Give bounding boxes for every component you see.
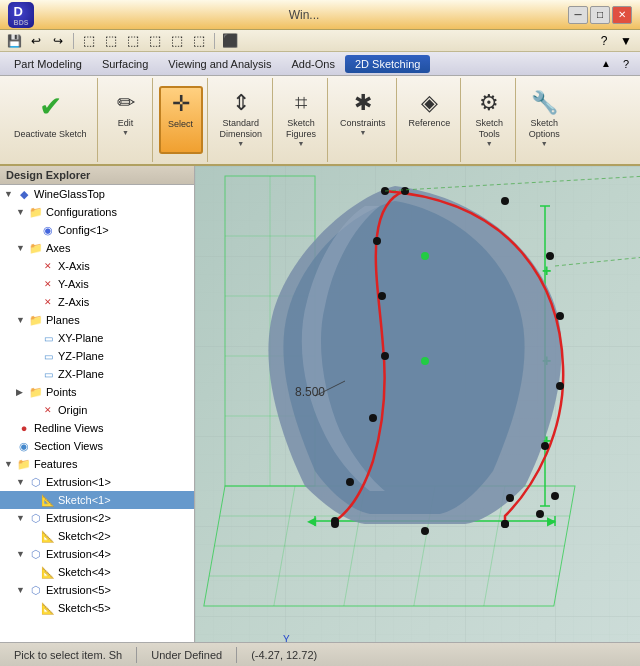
deactivate-sketch-button[interactable]: ✔ Deactivate Sketch: [8, 86, 93, 154]
ribbon-group-std-dimension: ⇕ StandardDimension ▼: [210, 78, 274, 162]
label-sketch4: Sketch<4>: [58, 566, 111, 578]
menu-surfacing[interactable]: Surfacing: [92, 55, 158, 73]
toggle-sketch4: [28, 567, 40, 577]
toggle-extrusion2[interactable]: ▼: [16, 513, 28, 523]
tree-item-sketch1[interactable]: 📐 Sketch<1>: [0, 491, 194, 509]
label-extrusion5: Extrusion<5>: [46, 584, 111, 596]
sketch-options-button[interactable]: 🔧 SketchOptions ▼: [522, 86, 566, 154]
constraints-dropdown-arrow: ▼: [359, 129, 366, 136]
ribbon-buttons-deactivate: ✔ Deactivate Sketch: [8, 80, 93, 160]
y-axis-label: Y: [283, 634, 290, 642]
tree-item-section-views[interactable]: ◉ Section Views: [0, 437, 194, 455]
icon-points: 📁: [28, 385, 44, 399]
select-button[interactable]: ✛ Select: [159, 86, 203, 154]
status-sep1: [136, 647, 137, 663]
tree-item-wineglasStop[interactable]: ▼ ◆ WineGlassTop: [0, 185, 194, 203]
redo-quick-btn[interactable]: ↪: [48, 32, 68, 50]
undo-quick-btn[interactable]: ↩: [26, 32, 46, 50]
help-btn[interactable]: ?: [594, 32, 614, 50]
toggle-sketch2: [28, 531, 40, 541]
icon-sketch4: 📐: [40, 565, 56, 579]
label-y-axis: Y-Axis: [58, 278, 89, 290]
icon-y-axis: ✕: [40, 277, 56, 291]
icon-features: 📁: [16, 457, 32, 471]
label-zx-plane: ZX-Plane: [58, 368, 104, 380]
reference-button[interactable]: ◈ Reference: [403, 86, 457, 154]
tree-item-config1[interactable]: ◉ Config<1>: [0, 221, 194, 239]
toggle-wineglasStop[interactable]: ▼: [4, 189, 16, 199]
sketch-figures-dropdown-arrow: ▼: [298, 140, 305, 147]
icon-configurations: 📁: [28, 205, 44, 219]
svg-point-35: [373, 237, 381, 245]
minimize-button[interactable]: ─: [568, 6, 588, 24]
constraints-button[interactable]: ✱ Constraints ▼: [334, 86, 392, 154]
help-menu-btn[interactable]: ?: [616, 55, 636, 73]
sketch-tools-button[interactable]: ⚙ SketchTools ▼: [467, 86, 511, 154]
icon-extrusion5: ⬡: [28, 583, 44, 597]
qb-tool7[interactable]: ⬛: [220, 32, 240, 50]
ribbon-buttons-edit: ✏ Edit ▼: [104, 80, 148, 160]
icon-x-axis: ✕: [40, 259, 56, 273]
tree-item-extrusion2[interactable]: ▼ ⬡ Extrusion<2>: [0, 509, 194, 527]
design-explorer-panel: Design Explorer ▼ ◆ WineGlassTop ▼ 📁 Con…: [0, 166, 195, 642]
qb-tool6[interactable]: ⬚: [189, 32, 209, 50]
toggle-extrusion4[interactable]: ▼: [16, 549, 28, 559]
tree-item-x-axis[interactable]: ✕ X-Axis: [0, 257, 194, 275]
svg-text:▶: ▶: [547, 514, 557, 528]
toggle-extrusion1[interactable]: ▼: [16, 477, 28, 487]
tree-item-sketch5[interactable]: 📐 Sketch<5>: [0, 599, 194, 617]
tree-item-planes[interactable]: ▼ 📁 Planes: [0, 311, 194, 329]
qb-tool5[interactable]: ⬚: [167, 32, 187, 50]
edit-button[interactable]: ✏ Edit ▼: [104, 86, 148, 154]
qb-tool3[interactable]: ⬚: [123, 32, 143, 50]
menu-2d-sketching[interactable]: 2D Sketching: [345, 55, 430, 73]
ribbon-group-sketch-figures: ⌗ SketchFigures ▼: [275, 78, 328, 162]
toggle-configurations[interactable]: ▼: [16, 207, 28, 217]
status-coordinates: (-4.27, 12.72): [245, 649, 323, 661]
label-extrusion4: Extrusion<4>: [46, 548, 111, 560]
qb-tool4[interactable]: ⬚: [145, 32, 165, 50]
tree-item-xy-plane[interactable]: ▭ XY-Plane: [0, 329, 194, 347]
3d-canvas[interactable]: + + + ◀ ▶: [195, 166, 640, 642]
sketch-figures-button[interactable]: ⌗ SketchFigures ▼: [279, 86, 323, 154]
edit-icon: ✏: [117, 90, 135, 116]
tree-item-yz-plane[interactable]: ▭ YZ-Plane: [0, 347, 194, 365]
svg-point-45: [551, 492, 559, 500]
tree-item-axes[interactable]: ▼ 📁 Axes: [0, 239, 194, 257]
tree-item-extrusion1[interactable]: ▼ ⬡ Extrusion<1>: [0, 473, 194, 491]
icon-redline-views: ●: [16, 421, 32, 435]
ribbon-expand-btn[interactable]: ▲: [596, 55, 616, 73]
tree-item-extrusion5[interactable]: ▼ ⬡ Extrusion<5>: [0, 581, 194, 599]
tree-item-features[interactable]: ▼ 📁 Features: [0, 455, 194, 473]
toggle-axes[interactable]: ▼: [16, 243, 28, 253]
canvas-svg: + + + ◀ ▶: [195, 166, 640, 642]
tree-item-extrusion4[interactable]: ▼ ⬡ Extrusion<4>: [0, 545, 194, 563]
sketch-options-dropdown-arrow: ▼: [541, 140, 548, 147]
tree-item-redline-views[interactable]: ● Redline Views: [0, 419, 194, 437]
menu-part-modeling[interactable]: Part Modeling: [4, 55, 92, 73]
toggle-features[interactable]: ▼: [4, 459, 16, 469]
tree-item-zx-plane[interactable]: ▭ ZX-Plane: [0, 365, 194, 383]
dimension-icon: ⇕: [232, 90, 250, 116]
maximize-button[interactable]: □: [590, 6, 610, 24]
tree-item-y-axis[interactable]: ✕ Y-Axis: [0, 275, 194, 293]
menu-options-btn[interactable]: ▼: [616, 32, 636, 50]
qb-tool1[interactable]: ⬚: [79, 32, 99, 50]
qb-tool2[interactable]: ⬚: [101, 32, 121, 50]
tree-item-sketch4[interactable]: 📐 Sketch<4>: [0, 563, 194, 581]
toggle-extrusion5[interactable]: ▼: [16, 585, 28, 595]
svg-point-37: [381, 352, 389, 360]
save-quick-btn[interactable]: 💾: [4, 32, 24, 50]
standard-dimension-button[interactable]: ⇕ StandardDimension ▼: [214, 86, 269, 154]
tree-item-z-axis[interactable]: ✕ Z-Axis: [0, 293, 194, 311]
tree-item-configurations[interactable]: ▼ 📁 Configurations: [0, 203, 194, 221]
toggle-planes[interactable]: ▼: [16, 315, 28, 325]
close-button[interactable]: ✕: [612, 6, 632, 24]
tree-item-origin[interactable]: ✕ Origin: [0, 401, 194, 419]
tree-item-sketch2[interactable]: 📐 Sketch<2>: [0, 527, 194, 545]
menu-add-ons[interactable]: Add-Ons: [282, 55, 345, 73]
tree-item-points[interactable]: ▶ 📁 Points: [0, 383, 194, 401]
menu-viewing-analysis[interactable]: Viewing and Analysis: [158, 55, 281, 73]
toggle-points[interactable]: ▶: [16, 387, 28, 397]
label-wineglasStop: WineGlassTop: [34, 188, 105, 200]
